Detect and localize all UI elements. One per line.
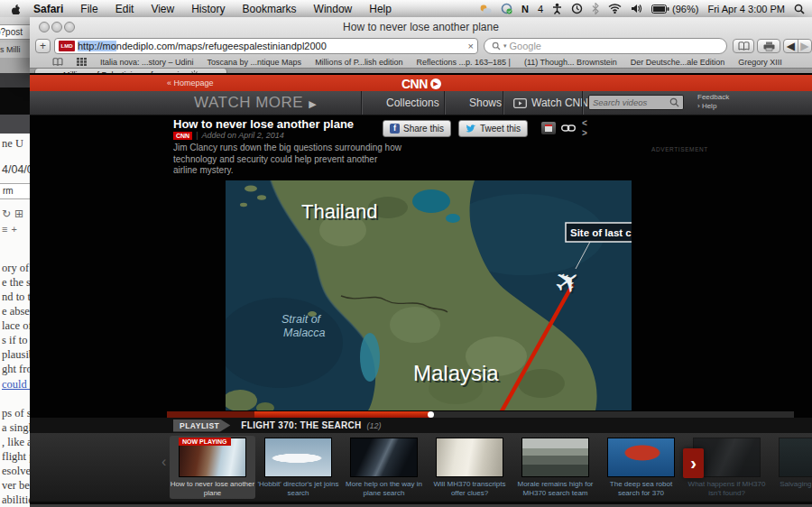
background-form-input[interactable]: rm [0, 183, 30, 199]
playlist-caption: More help on the way in plane search [343, 480, 425, 498]
back-button[interactable]: ◀ [784, 40, 798, 52]
address-bar[interactable]: LMD http://mo ndediplo.com/maps/refugees… [54, 38, 478, 54]
clear-url-icon[interactable]: × [468, 41, 474, 51]
safari-window-chrome: How to never lose another plane + LMD ht… [30, 17, 812, 73]
playlist-item[interactable]: The deep sea robot search for 370 [600, 436, 682, 499]
menu-item-file[interactable]: File [80, 3, 97, 15]
menu-item-edit[interactable]: Edit [115, 3, 134, 15]
video-meta: CNN | Added on April 2, 2014 [173, 131, 284, 140]
playlist-prev-icon[interactable]: ‹ [161, 454, 166, 470]
video-progress-bar[interactable] [167, 411, 794, 418]
wifi-icon[interactable] [608, 4, 622, 14]
cnn-logo[interactable]: CNN ▶ [401, 77, 441, 91]
video-player-surface[interactable]: ✈ ✈ Site of last c Thailand Thailand Str… [226, 180, 632, 410]
playlist-thumbnail[interactable] [350, 438, 418, 477]
nav-shows[interactable]: Shows [469, 97, 502, 109]
time-machine-icon[interactable] [571, 3, 583, 14]
playlist-item[interactable]: Will MH370 transcripts offer clues? [429, 436, 511, 499]
progress-handle[interactable] [428, 411, 434, 418]
menu-item-window[interactable]: Window [314, 3, 353, 15]
background-text-line: e abser [2, 305, 30, 318]
window-title: How to never lose another plane [30, 21, 812, 33]
share-misc-icon[interactable] [541, 122, 556, 134]
video-search-field[interactable]: Search videos [588, 95, 684, 110]
tv-icon [513, 98, 527, 108]
background-text-line: plausib [2, 348, 30, 362]
playlist-caption: 'Hobbit' director's jet joins search [257, 480, 339, 498]
weather-icon[interactable] [479, 4, 492, 14]
apple-menu-icon[interactable] [11, 3, 21, 14]
background-page-content: ne U 4/04/0 rm ↻⊞ ≡+ ory of t e the su n… [0, 134, 30, 507]
google-search-field[interactable]: ▾ Google [484, 38, 727, 54]
feedback-link[interactable]: Feedback [697, 93, 729, 102]
search-options-chevron-icon[interactable]: ▾ [503, 42, 507, 50]
nav-watch-cnn[interactable]: Watch CNN [513, 97, 588, 109]
background-link-fragment[interactable]: could r [2, 378, 30, 392]
share-twitter-button[interactable]: Tweet this [458, 120, 528, 137]
bookmark-item[interactable]: Der Deutsche...ale Edition [631, 58, 725, 67]
progress-loaded [167, 411, 254, 418]
link-icon[interactable] [561, 122, 576, 134]
url-text: ndediplo.com/maps/refugeespalestiniandpl… [116, 41, 327, 51]
playlist-thumbnail[interactable] [521, 438, 589, 477]
playlist-thumbnail[interactable] [264, 438, 332, 477]
bluetooth-icon[interactable] [592, 3, 599, 14]
share-facebook-button[interactable]: f Share this [383, 120, 451, 137]
bookmark-item[interactable]: (11) Though... Brownstein [524, 58, 617, 67]
background-text-line: ory of t [2, 262, 30, 275]
menu-item-history[interactable]: History [191, 3, 225, 15]
bookmark-item[interactable]: Millions of P...lish edition [315, 58, 402, 67]
watch-more-link[interactable]: WATCH MORE▶ [194, 94, 317, 112]
playlist-next-button[interactable]: › [683, 448, 704, 478]
search-icon [492, 41, 501, 51]
bookmark-item[interactable]: Gregory XIII [738, 58, 782, 67]
menu-item-safari[interactable]: Safari [33, 3, 63, 15]
spotlight-icon[interactable] [794, 4, 805, 14]
site-favicon: LMD [59, 41, 75, 51]
playlist-thumbnail[interactable] [436, 438, 503, 477]
volume-icon[interactable] [631, 4, 642, 14]
bookmark-item[interactable]: Italia nova: ...story – Udini [100, 58, 194, 67]
bookmark-item[interactable]: Reflections ...p. 163–185 | [417, 58, 511, 67]
page-bottom-strip [30, 502, 812, 507]
sync-icon[interactable] [501, 3, 512, 14]
forward-button[interactable]: ▶ [798, 40, 812, 52]
accessibility-icon[interactable] [552, 3, 562, 14]
background-page-band-2 [0, 88, 30, 115]
background-page-band-3 [0, 115, 30, 134]
menu-item-bookmarks[interactable]: Bookmarks [243, 3, 297, 15]
playlist-item-current[interactable]: NOW PLAYING How to never lose another pl… [170, 436, 255, 499]
print-button[interactable] [757, 39, 780, 53]
top-sites-grid-icon[interactable] [77, 58, 87, 66]
playlist-caption: What happens if MH370 isn't found? [686, 480, 768, 498]
new-tab-button[interactable]: + [35, 39, 51, 53]
background-text-line: nd to t [2, 290, 30, 304]
playlist-item-dimmed[interactable]: Salvaging a p ocean [771, 436, 812, 499]
playlist-caption: The deep sea robot search for 370 [600, 480, 682, 498]
menu-clock[interactable]: Fri Apr 4 3:00 PM [707, 4, 785, 14]
playlist-thumbnail[interactable] [607, 438, 675, 477]
input-menu-icon[interactable]: N [521, 4, 529, 14]
help-link[interactable]: › Help [697, 102, 729, 111]
bookmarks-book-icon[interactable] [52, 58, 63, 66]
strait-label-line2: Malacca [283, 327, 326, 339]
background-text-line: s if to c [2, 334, 30, 347]
playlist-thumbnail[interactable] [779, 438, 812, 477]
playlist-item[interactable]: Morale remains high for MH370 search tea… [514, 436, 596, 499]
menu-item-view[interactable]: View [151, 3, 174, 15]
video-title: How to never lose another plane [173, 117, 354, 131]
nav-divider [503, 91, 503, 115]
battery-icon[interactable] [651, 5, 669, 14]
screen: Safari File Edit View History Bookmarks … [0, 0, 812, 507]
menu-item-help[interactable]: Help [369, 3, 392, 15]
homepage-link[interactable]: « Homepage [167, 78, 214, 88]
embed-code-icon[interactable]: < > [582, 122, 596, 134]
bookmark-item[interactable]: Toscana by ...ntique Maps [208, 58, 302, 67]
nav-collections[interactable]: Collections [386, 97, 439, 109]
now-playing-badge: NOW PLAYING [179, 438, 231, 446]
bookmarks-button[interactable] [733, 39, 754, 53]
playlist-item[interactable]: 'Hobbit' director's jet joins search [257, 436, 339, 499]
playlist-tag: PLAYLIST [173, 419, 230, 432]
playlist-item[interactable]: More help on the way in plane search [343, 436, 425, 499]
notification-count[interactable]: 4 [538, 4, 543, 14]
